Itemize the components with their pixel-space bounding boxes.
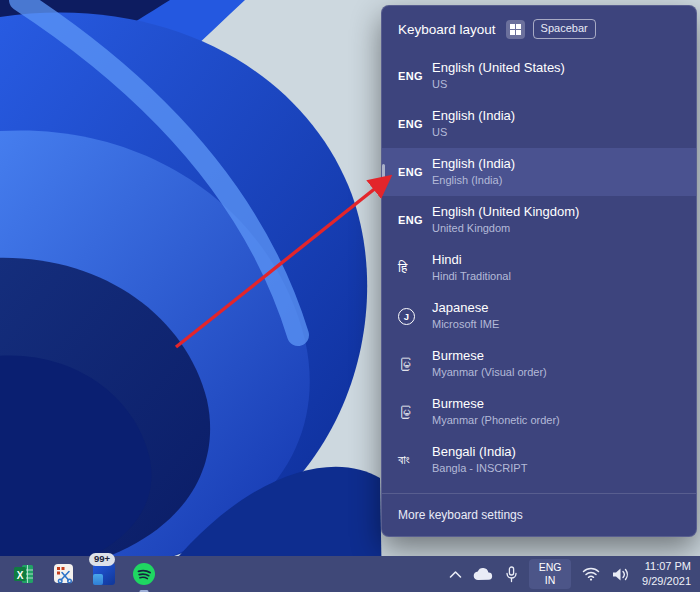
taskbar-pinned-apps: X 99+ [6,561,157,587]
layout-subtitle: US [432,125,515,139]
desktop-screen: Keyboard layout Spacebar ENG English (Un… [0,0,700,592]
lang-badge-hindi-glyph: हि [398,260,432,276]
layout-title: English (United Kingdom) [432,204,579,221]
taskbar: X 99+ [0,556,700,592]
taskbar-clock[interactable]: 11:07 PM 9/29/2021 [642,559,691,589]
layout-subtitle: Myanmar (Visual order) [432,365,547,379]
layout-item-english-india-selected[interactable]: ENG English (India) English (India) [382,148,696,196]
lang-badge-burmese-glyph: မြ [398,405,432,420]
layout-item-japanese[interactable]: J Japanese Microsoft IME [382,292,696,340]
language-code: ENG [539,561,562,574]
spotify-icon[interactable] [131,561,157,587]
layout-item-english-us[interactable]: ENG English (United States) US [382,52,696,100]
clock-time: 11:07 PM [642,559,691,574]
lang-badge: ENG [398,214,432,226]
layout-item-english-india-us[interactable]: ENG English (India) US [382,100,696,148]
spacebar-key-chip: Spacebar [533,19,596,38]
svg-text:X: X [17,570,24,581]
layout-subtitle: US [432,77,565,91]
layout-title: Burmese [432,348,547,365]
language-region: IN [545,574,556,587]
lang-badge: ENG [398,166,432,178]
layout-title: English (India) [432,156,515,173]
layout-item-burmese-visual[interactable]: မြ Burmese Myanmar (Visual order) [382,340,696,388]
snipping-tool-icon[interactable] [51,561,77,587]
language-indicator-button[interactable]: ENG IN [529,559,571,589]
selected-indicator-pill [382,164,385,180]
lang-badge: ENG [398,118,432,130]
layout-subtitle: English (India) [432,173,515,187]
system-tray: ENG IN 11:07 PM 9/ [449,559,694,589]
clock-date: 9/29/2021 [642,574,691,589]
layout-title: Japanese [432,300,499,317]
wifi-icon[interactable] [582,567,600,581]
keyboard-layout-flyout: Keyboard layout Spacebar ENG English (Un… [381,5,697,537]
lang-badge-bengali-glyph: বাং [398,452,432,468]
chevron-up-icon[interactable] [449,570,462,579]
layout-item-burmese-phonetic[interactable]: မြ Burmese Myanmar (Phonetic order) [382,388,696,436]
flyout-header: Keyboard layout Spacebar [382,6,696,52]
microphone-icon[interactable] [505,566,518,583]
lang-badge-burmese-glyph: မြ [398,357,432,372]
layout-title: Hindi [432,252,511,269]
windows-logo-icon [506,20,525,39]
layout-subtitle: Microsoft IME [432,317,499,331]
volume-icon[interactable] [611,567,631,582]
layout-subtitle: Hindi Traditional [432,269,511,283]
layout-subtitle: Myanmar (Phonetic order) [432,413,560,427]
layout-item-bengali[interactable]: বাং Bengali (India) Bangla - INSCRIPT [382,436,696,484]
layout-title: English (United States) [432,60,565,77]
more-keyboard-settings-link[interactable]: More keyboard settings [382,493,696,536]
layout-subtitle: United Kingdom [432,221,579,235]
layout-title: English (India) [432,108,515,125]
layout-subtitle: Bangla - INSCRIPT [432,461,527,475]
layout-title: Bengali (India) [432,444,527,461]
lang-badge: ENG [398,70,432,82]
flyout-title: Keyboard layout [398,22,496,37]
layout-item-hindi[interactable]: हि Hindi Hindi Traditional [382,244,696,292]
blue-app-icon[interactable]: 99+ [91,561,117,587]
layout-item-english-uk[interactable]: ENG English (United Kingdom) United King… [382,196,696,244]
notification-count-badge: 99+ [89,553,115,566]
keyboard-layout-list: ENG English (United States) US ENG Engli… [382,52,696,484]
onedrive-cloud-icon[interactable] [473,567,494,581]
layout-title: Burmese [432,396,560,413]
lang-badge-japanese-icon: J [398,308,415,325]
excel-icon[interactable]: X [11,561,37,587]
